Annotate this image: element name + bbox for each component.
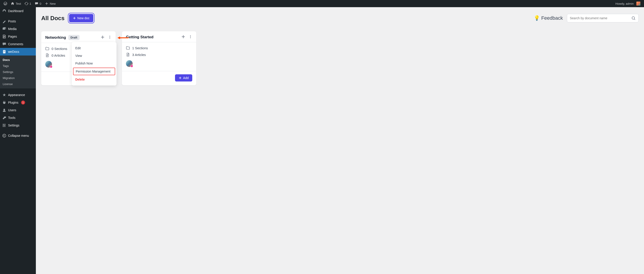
add-button[interactable]: Add bbox=[175, 74, 192, 81]
sidebar-label: Posts bbox=[8, 19, 16, 23]
more-menu-button[interactable] bbox=[189, 35, 192, 39]
plus-icon bbox=[178, 76, 182, 79]
admin-sidebar: Dashboard Posts Media Pages Comments weD… bbox=[0, 7, 36, 91]
user-avatar-icon bbox=[636, 1, 640, 5]
sidebar-sub-tags[interactable]: Tags bbox=[0, 63, 36, 69]
doc-card: Getting Started 1 Sections 3 Articles bbox=[122, 31, 196, 85]
doc-author bbox=[122, 59, 196, 71]
svg-point-16 bbox=[190, 38, 191, 38]
draft-badge: Draft bbox=[68, 35, 80, 40]
page-header: All Docs New doc 💡 Feedback bbox=[41, 14, 638, 22]
sidebar-item-wedocs[interactable]: weDocs bbox=[0, 48, 36, 55]
search-icon bbox=[631, 16, 636, 20]
wp-logo[interactable] bbox=[2, 0, 9, 7]
updates[interactable]: 1 bbox=[23, 0, 33, 7]
svg-point-14 bbox=[190, 35, 191, 36]
search-input[interactable] bbox=[570, 16, 631, 20]
sidebar-label: Dashboard bbox=[8, 9, 24, 13]
sidebar-sub-docs[interactable]: Docs bbox=[0, 57, 36, 63]
svg-marker-13 bbox=[118, 36, 120, 39]
search-box[interactable] bbox=[567, 14, 638, 22]
sidebar-item-pages[interactable]: Pages bbox=[0, 33, 36, 40]
main-content: All Docs New doc 💡 Feedback Networking D… bbox=[36, 7, 644, 91]
folder-icon bbox=[126, 46, 130, 50]
sidebar-label: weDocs bbox=[8, 50, 19, 53]
doc-actions-dropdown: Edit View Publish Now Permission Managem… bbox=[72, 42, 116, 85]
dropdown-delete[interactable]: Delete bbox=[72, 76, 116, 83]
sections-stat: 1 Sections bbox=[126, 46, 192, 50]
sidebar-submenu: Docs Tags Settings Migration License bbox=[0, 55, 36, 88]
svg-point-7 bbox=[632, 16, 634, 19]
svg-rect-1 bbox=[3, 50, 6, 53]
svg-point-9 bbox=[110, 36, 110, 36]
dropdown-edit[interactable]: Edit bbox=[72, 44, 116, 52]
sidebar-label: Comments bbox=[8, 42, 23, 46]
comments-count[interactable]: 0 bbox=[33, 0, 43, 7]
site-name[interactable]: Test bbox=[9, 0, 23, 7]
svg-point-10 bbox=[110, 37, 110, 37]
new-doc-button[interactable]: New doc bbox=[69, 14, 93, 22]
doc-card: Networking Draft Edit View Publish Now P… bbox=[41, 31, 116, 85]
plus-icon bbox=[73, 16, 76, 20]
drag-handle-icon[interactable] bbox=[182, 35, 185, 39]
dropdown-publish-now[interactable]: Publish Now bbox=[72, 59, 116, 67]
sidebar-sub-migration[interactable]: Migration bbox=[0, 75, 36, 81]
dropdown-view[interactable]: View bbox=[72, 52, 116, 59]
new-content[interactable]: New bbox=[43, 0, 57, 7]
author-avatar-icon bbox=[126, 60, 133, 67]
svg-line-8 bbox=[634, 19, 635, 20]
sidebar-item-comments[interactable]: Comments bbox=[0, 40, 36, 48]
drag-handle-icon[interactable] bbox=[101, 35, 104, 40]
sidebar-item-posts[interactable]: Posts bbox=[0, 17, 36, 25]
articles-stat: 3 Articles bbox=[126, 53, 192, 57]
svg-point-15 bbox=[190, 36, 191, 37]
annotation-arrow-icon bbox=[118, 36, 128, 40]
page-title: All Docs bbox=[41, 15, 64, 22]
sidebar-item-media[interactable]: Media bbox=[0, 25, 36, 33]
sidebar-label: Media bbox=[8, 27, 16, 31]
sidebar-item-dashboard[interactable]: Dashboard bbox=[0, 7, 36, 15]
svg-point-11 bbox=[110, 38, 110, 38]
author-avatar-icon bbox=[45, 61, 52, 68]
docs-grid: Networking Draft Edit View Publish Now P… bbox=[41, 31, 638, 85]
sidebar-sub-license[interactable]: License bbox=[0, 81, 36, 87]
sidebar-sub-settings[interactable]: Settings bbox=[0, 69, 36, 75]
document-icon bbox=[126, 53, 130, 57]
sidebar-label: Pages bbox=[8, 35, 17, 38]
feedback-button[interactable]: 💡 Feedback bbox=[534, 15, 563, 21]
folder-icon bbox=[45, 46, 49, 51]
bulb-icon: 💡 bbox=[534, 15, 540, 21]
document-icon bbox=[45, 53, 49, 57]
admin-bar: Test 1 0 New Howdy, admin bbox=[0, 0, 644, 7]
doc-title: Networking bbox=[45, 35, 66, 40]
howdy-user[interactable]: Howdy, admin bbox=[614, 0, 642, 7]
more-menu-button[interactable]: Edit View Publish Now Permission Managem… bbox=[108, 35, 112, 40]
doc-title: Getting Started bbox=[126, 35, 154, 39]
dropdown-permission-management[interactable]: Permission Management bbox=[73, 68, 115, 75]
